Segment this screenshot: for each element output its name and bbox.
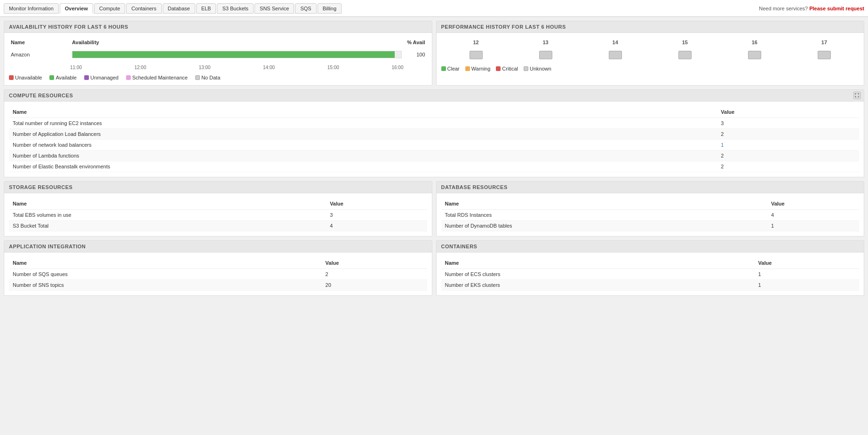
time-labels: 11:00 12:00 13:00 14:00 15:00 16:00: [70, 64, 404, 71]
compute-col-value: Value: [717, 106, 859, 118]
tab-monitor-information[interactable]: Monitor Information: [4, 3, 59, 14]
containers-row-name: Number of ECS clusters: [441, 269, 755, 280]
db-row-value: 1: [767, 221, 859, 231]
tab-containers[interactable]: Containers: [126, 3, 161, 14]
storage-row-value: 4: [326, 221, 427, 231]
perf-hour-15: 15: [682, 40, 688, 45]
tab-elb[interactable]: ELB: [196, 3, 216, 14]
avail-row-pct: 100: [404, 49, 427, 60]
storage-resources-table: Name Value Total EBS volumes in use3S3 B…: [9, 198, 427, 231]
availability-bar-container: [72, 51, 402, 58]
legend-label-unmanaged: Unmanaged: [90, 75, 119, 80]
perf-dot-clear: [441, 66, 446, 71]
time-label-1200: 12:00: [135, 65, 146, 70]
compute-resources-body: Name Value Total number of running EC2 i…: [4, 102, 864, 177]
perf-hour-17: 17: [821, 40, 827, 45]
compute-row-value[interactable]: 1: [717, 140, 859, 150]
perf-label-critical: Critical: [502, 66, 518, 71]
time-label-1400: 14:00: [263, 65, 275, 70]
containers-row-value: 1: [755, 280, 859, 291]
perf-icon-15: [678, 51, 692, 59]
avail-col-availability: Availability: [70, 38, 404, 49]
need-more-services-text: Need more services?: [759, 6, 808, 11]
avail-row-amazon: Amazon 100: [9, 49, 427, 60]
performance-panel-body: 12 13 14 15 16 17: [437, 33, 864, 76]
main-content: AVAILABILITY HISTORY FOR LAST 6 HOURS Na…: [0, 17, 868, 303]
tab-overview[interactable]: Overview: [60, 3, 93, 14]
storage-row-name: S3 Bucket Total: [9, 221, 326, 231]
perf-hour-13: 13: [542, 40, 548, 45]
perf-dot-warning: [465, 66, 470, 71]
tab-sqs[interactable]: SQS: [295, 3, 316, 14]
legend-no-data: No Data: [195, 75, 220, 80]
compute-row: Number of Lambda functions2: [9, 150, 859, 161]
compute-row-value: 2: [717, 161, 859, 172]
legend-scheduled-maintenance: Scheduled Maintenance: [126, 75, 188, 80]
top-nav: Monitor Information Overview Compute Con…: [0, 0, 868, 17]
top-right-text: Need more services? Please submit reques…: [759, 6, 864, 11]
db-col-value: Value: [767, 198, 859, 210]
legend-label-scheduled-maintenance: Scheduled Maintenance: [132, 75, 188, 80]
app-col-value: Value: [322, 257, 427, 269]
availability-table: Name Availability % Avail Amazon: [9, 38, 427, 60]
containers-body: Name Value Number of ECS clusters1Number…: [437, 253, 864, 295]
perf-label-warning: Warning: [471, 66, 491, 71]
performance-panel: PERFORMANCE HISTORY FOR LAST 6 HOURS 12 …: [436, 21, 865, 86]
db-row-name: Total RDS Instances: [441, 210, 767, 221]
perf-legend-unknown: Unknown: [524, 66, 551, 71]
app-integration-header: APPLICATION INTEGRATION: [4, 241, 432, 253]
perf-hours: 12 13 14 15 16 17: [441, 38, 860, 49]
db-col-name: Name: [441, 198, 767, 210]
legend-dot-available: [49, 75, 54, 80]
avail-col-name: Name: [9, 38, 70, 49]
expand-icon[interactable]: ⛶: [853, 92, 861, 99]
storage-resources-header: STORAGE RESOURCES: [4, 182, 432, 193]
legend-available: Available: [49, 75, 76, 80]
containers-table: Name Value Number of ECS clusters1Number…: [441, 257, 860, 291]
legend-label-unavailable: Unavailable: [15, 75, 42, 80]
containers-row: Number of EKS clusters1: [441, 280, 860, 291]
compute-row-name: Number of Application Load Balancers: [9, 129, 717, 140]
perf-dot-unknown: [524, 66, 528, 71]
tab-compute[interactable]: Compute: [94, 3, 126, 14]
compute-resources-header: COMPUTE RESOURCES ⛶: [4, 90, 864, 102]
storage-row-value: 3: [326, 210, 427, 221]
storage-resources-panel: STORAGE RESOURCES Name Value Total EBS v…: [4, 181, 432, 237]
availability-panel: AVAILABILITY HISTORY FOR LAST 6 HOURS Na…: [4, 21, 432, 86]
compute-col-name: Name: [9, 106, 717, 118]
perf-icon-12: [470, 51, 483, 59]
perf-legend-clear: Clear: [441, 66, 460, 71]
perf-icons-row: [441, 49, 860, 61]
app-integration-body: Name Value Number of SQS queues2Number o…: [4, 253, 432, 295]
tab-s3buckets[interactable]: S3 Buckets: [217, 3, 254, 14]
legend-label-available: Available: [56, 75, 76, 80]
db-row: Total RDS Instances4: [441, 210, 860, 221]
tab-database[interactable]: Database: [163, 3, 195, 14]
compute-row: Total number of running EC2 instances3: [9, 118, 859, 129]
perf-label-clear: Clear: [447, 66, 460, 71]
storage-row-name: Total EBS volumes in use: [9, 210, 326, 221]
avail-row-bar: [70, 49, 404, 60]
db-row: Number of DynamoDB tables1: [441, 221, 860, 231]
tab-billing[interactable]: Billing: [318, 3, 342, 14]
legend-dot-no-data: [195, 75, 200, 80]
time-label-1600: 16:00: [391, 65, 403, 70]
submit-request-link[interactable]: Please submit request: [809, 6, 864, 11]
perf-dot-critical: [496, 66, 501, 71]
containers-col-value: Value: [755, 257, 859, 269]
app-row-value: 20: [322, 280, 427, 291]
db-row-value: 4: [767, 210, 859, 221]
legend-unavailable: Unavailable: [9, 75, 42, 80]
app-col-name: Name: [9, 257, 322, 269]
perf-icon-14: [609, 51, 622, 59]
perf-icon-13: [539, 51, 552, 59]
compute-resources-title: COMPUTE RESOURCES: [9, 93, 73, 98]
legend-dot-scheduled-maintenance: [126, 75, 131, 80]
app-row-value: 2: [322, 269, 427, 280]
perf-legend-warning: Warning: [465, 66, 491, 71]
tab-sns-service[interactable]: SNS Service: [255, 3, 294, 14]
compute-row-name: Total number of running EC2 instances: [9, 118, 717, 129]
storage-resources-body: Name Value Total EBS volumes in use3S3 B…: [4, 193, 432, 236]
storage-row: Total EBS volumes in use3: [9, 210, 427, 221]
app-row-name: Number of SQS queues: [9, 269, 322, 280]
